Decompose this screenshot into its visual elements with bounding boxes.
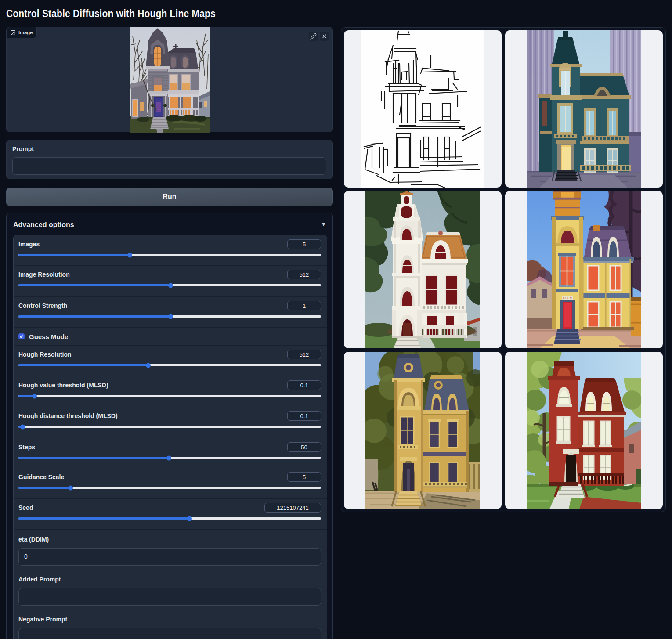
svg-text:OPEN: OPEN <box>563 296 572 300</box>
